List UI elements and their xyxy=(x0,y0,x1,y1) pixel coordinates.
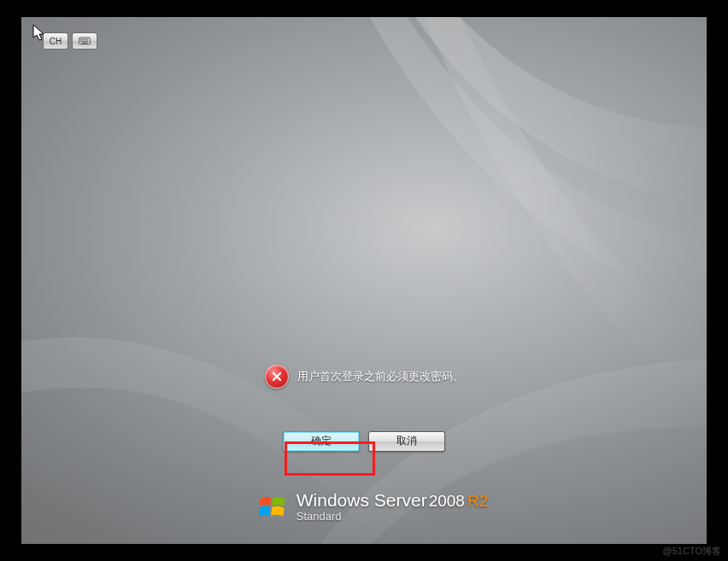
login-message-row: 用户首次登录之前必须更改密码。 xyxy=(265,365,464,389)
error-icon xyxy=(265,365,289,389)
brand-product-line: Windows Server2008R2 xyxy=(296,490,488,511)
language-bar: CH xyxy=(43,32,97,50)
svg-rect-1 xyxy=(80,38,82,39)
brand-text: Windows Server2008R2 Standard xyxy=(296,490,488,523)
login-content: 用户首次登录之前必须更改密码。 确定 取消 Windows Server2008… xyxy=(21,17,707,544)
svg-rect-3 xyxy=(85,38,86,39)
ime-label: CH xyxy=(50,37,62,46)
cancel-button[interactable]: 取消 xyxy=(368,431,445,452)
keyboard-icon xyxy=(79,37,91,45)
svg-rect-5 xyxy=(80,41,82,42)
brand-edition: Standard xyxy=(296,511,488,523)
on-screen-keyboard-button[interactable] xyxy=(72,32,97,50)
brand-year: 2008 xyxy=(429,492,465,510)
brand-server: Server xyxy=(374,490,427,510)
brand-r2: R2 xyxy=(467,492,488,510)
login-button-row: 确定 取消 xyxy=(283,431,445,452)
watermark-text: @51CTO博客 xyxy=(663,545,721,558)
ime-indicator-button[interactable]: CH xyxy=(43,32,68,50)
svg-rect-2 xyxy=(82,38,84,39)
svg-rect-7 xyxy=(85,41,86,42)
windows-logo-icon xyxy=(257,492,288,523)
svg-rect-6 xyxy=(82,41,84,42)
svg-rect-9 xyxy=(82,43,88,44)
login-message-text: 用户首次登录之前必须更改密码。 xyxy=(297,369,464,384)
brand-windows: Windows xyxy=(296,490,369,510)
ok-button[interactable]: 确定 xyxy=(283,431,360,452)
svg-rect-8 xyxy=(87,41,89,42)
login-screen: CH 用户首次登录之前必须更改密码。 确定 取消 xyxy=(21,17,707,544)
svg-rect-4 xyxy=(87,38,89,39)
os-branding: Windows Server2008R2 Standard xyxy=(257,490,488,523)
